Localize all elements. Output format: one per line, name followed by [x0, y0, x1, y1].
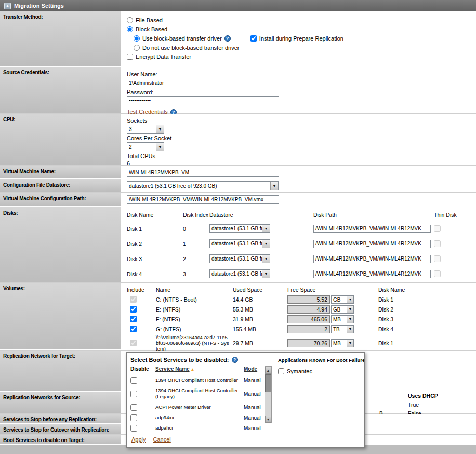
boot-services-target-label: Boot Services to disable on Target:: [0, 435, 121, 445]
service-disable-checkbox[interactable]: [130, 404, 137, 411]
services-stop-cutover-label: Services to Stop for Cutover with Replic…: [0, 424, 121, 434]
symantec-checkbox[interactable]: [278, 368, 284, 374]
disk-datastore-select[interactable]: datastore1 (53.1 GB free of 923.0 GB)▼: [209, 254, 270, 263]
password-label: Password:: [127, 89, 472, 95]
services-scrollbar[interactable]: ▲ ▼: [265, 366, 272, 423]
free-space-unit-select[interactable]: MB▼: [331, 315, 354, 323]
free-space-input[interactable]: [287, 295, 330, 304]
total-cpus-label: Total CPUs: [127, 153, 472, 159]
info-icon[interactable]: ?: [232, 357, 238, 363]
no-driver-radio[interactable]: [134, 45, 140, 51]
popup-title: Select Boot Services to be disabled:: [130, 357, 229, 363]
service-mode: Manual: [244, 385, 265, 402]
dropdown-icon: ▼: [347, 306, 353, 313]
thin-disk-checkbox[interactable]: [434, 225, 441, 232]
thin-disk-checkbox[interactable]: [434, 240, 441, 247]
free-space-unit-select[interactable]: TB▼: [331, 325, 354, 333]
col-mode-sort[interactable]: Mode: [244, 366, 257, 372]
free-space-input[interactable]: [287, 339, 330, 347]
free-space-input[interactable]: [287, 325, 330, 333]
service-disable-checkbox[interactable]: [130, 414, 137, 421]
disk-path-input[interactable]: [313, 270, 431, 278]
thin-disk-checkbox[interactable]: [434, 255, 441, 262]
info-icon[interactable]: ?: [224, 35, 231, 42]
scroll-down-button[interactable]: ▼: [265, 416, 271, 423]
section-volumes: Volumes: Include Name Used Space Free Sp…: [0, 283, 476, 351]
disk-path-input[interactable]: [313, 255, 431, 263]
disk-path-input[interactable]: [313, 225, 431, 233]
config-datastore-label: Configuration File Datastore:: [0, 179, 121, 192]
scroll-up-button[interactable]: ▲: [265, 367, 271, 374]
file-based-radio[interactable]: [127, 17, 133, 23]
include-checkbox[interactable]: [130, 296, 137, 303]
col-service-name-sort[interactable]: Service Name: [155, 366, 190, 372]
free-space-unit-select[interactable]: MB▼: [331, 339, 354, 347]
app-symantec-option[interactable]: Symantec: [278, 367, 365, 375]
vm-config-path-input[interactable]: [127, 195, 279, 204]
no-driver-option[interactable]: Do not use block-based transfer driver: [134, 44, 472, 52]
dropdown-icon: ▼: [262, 255, 270, 263]
block-based-radio[interactable]: [127, 26, 133, 32]
section-config-datastore: Configuration File Datastore: datastore1…: [0, 179, 476, 193]
source-credentials-label: Source Credentials:: [0, 67, 121, 113]
page-title: Migration Settings: [14, 3, 64, 9]
disks-header-datastore: Datastore: [209, 209, 313, 221]
dropdown-icon: ▼: [347, 316, 353, 323]
include-checkbox[interactable]: [130, 316, 137, 322]
replication-network-target-label: Replication Network for Target:: [0, 351, 121, 392]
disk-datastore-select[interactable]: datastore1 (53.1 GB free of 923.0 GB)▼: [209, 224, 270, 233]
dropdown-icon: ▼: [262, 225, 270, 232]
use-driver-radio[interactable]: [134, 35, 140, 42]
free-space-unit: TB: [332, 326, 347, 333]
vm-name-label: Virtual Machine Name:: [0, 166, 121, 179]
encrypt-checkbox[interactable]: [127, 54, 133, 60]
disk-datastore-select[interactable]: datastore1 (53.1 GB free of 923.0 GB)▼: [209, 269, 270, 278]
service-disable-checkbox[interactable]: [130, 391, 137, 397]
sockets-select[interactable]: 3 ▼: [127, 125, 164, 134]
free-space-unit-select[interactable]: GB▼: [331, 295, 354, 304]
install-prepare-checkbox[interactable]: [250, 35, 257, 42]
section-cpu: CPU: Sockets 3 ▼ Cores Per Socket 2 ▼ To…: [0, 114, 476, 166]
disk-index: 2: [183, 251, 209, 266]
include-checkbox[interactable]: [130, 306, 137, 313]
service-mode: Manual: [244, 402, 265, 412]
thin-disk-checkbox[interactable]: [434, 270, 441, 277]
block-based-option[interactable]: Block Based: [127, 25, 472, 33]
cpu-label: CPU:: [0, 114, 121, 165]
disk-path-input[interactable]: [313, 240, 431, 248]
disk-datastore-select[interactable]: datastore1 (53.1 GB free of 923.0 GB)▼: [209, 239, 270, 248]
password-input[interactable]: [127, 96, 279, 105]
block-based-label: Block Based: [136, 26, 167, 32]
free-space-unit-select[interactable]: GB▼: [331, 305, 354, 314]
section-source-credentials: Source Credentials: User Name: Password:…: [0, 67, 476, 114]
service-disable-checkbox[interactable]: [130, 425, 137, 432]
service-name: 1394 OHCI Compliant Host Controller: [155, 376, 240, 384]
include-checkbox[interactable]: [130, 326, 137, 332]
disk-name: Disk 3: [127, 251, 183, 266]
install-prepare-label: Install during Prepare Replication: [259, 35, 343, 42]
service-disable-checkbox[interactable]: [130, 377, 137, 384]
encrypt-option[interactable]: Encrypt Data Transfer: [127, 53, 472, 61]
include-checkbox[interactable]: [130, 340, 137, 346]
file-based-option[interactable]: File Based: [127, 16, 472, 24]
username-input[interactable]: [127, 79, 279, 87]
scroll-track[interactable]: [265, 374, 271, 416]
config-datastore-select[interactable]: datastore1 (53.1 GB free of 923.0 GB) ▼: [127, 181, 279, 190]
dropdown-icon: ▼: [156, 143, 164, 151]
section-vm-config-path: Virtual Machine Configuration Path:: [0, 193, 476, 207]
free-space-input[interactable]: [287, 315, 330, 323]
free-space-input[interactable]: [287, 305, 330, 314]
disks-body: Disk Name Disk Index Datastore Disk Path…: [121, 207, 476, 282]
vm-name-input[interactable]: [127, 168, 279, 177]
vol-header-include: Include: [127, 284, 156, 294]
cancel-link[interactable]: Cancel: [153, 436, 171, 443]
apply-link[interactable]: Apply: [131, 436, 146, 443]
volume-name: \\?\Volume{23164ac4-a2d7-11e5-bf83-806e6…: [156, 334, 230, 352]
use-driver-option[interactable]: Use block-based transfer driver: [134, 34, 222, 43]
scroll-thumb[interactable]: [265, 374, 271, 392]
volumes-label: Volumes:: [0, 283, 121, 350]
collapse-icon[interactable]: ▴: [4, 3, 11, 9]
cores-select[interactable]: 2 ▼: [127, 142, 164, 151]
install-prepare-option[interactable]: Install during Prepare Replication: [250, 34, 343, 43]
section-vm-name: Virtual Machine Name:: [0, 166, 476, 179]
